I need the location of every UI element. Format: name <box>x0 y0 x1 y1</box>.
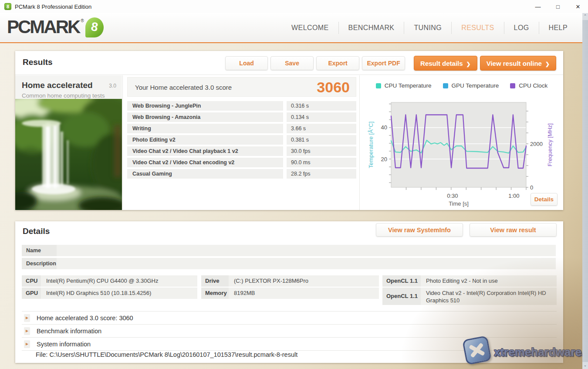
metric-table: Web Browsing - JunglePin0.316 s Web Brow… <box>127 101 356 180</box>
registered-mark: ® <box>81 18 84 23</box>
svg-text:Time [s]: Time [s] <box>449 200 469 207</box>
legend-swatch-icon <box>376 83 381 88</box>
expandable-sections: ▶ Home accelerated 3.0 score: 3060 ▶ Ben… <box>22 311 557 351</box>
test-photo-jungle-waterfall <box>15 99 122 210</box>
cpu-row: CPU Intel(R) Pentium(R) CPU G4400 @ 3.30… <box>22 275 197 287</box>
legend-item-cpu-temperature: CPU Temperature <box>376 82 432 89</box>
metric-row: Casual Gaming28.2 fps <box>127 169 356 179</box>
nav-item-tuning[interactable]: TUNING <box>404 22 451 34</box>
opencl-row-2: OpenCL 1.1 Video Chat v2 - Intel(R) Corp… <box>382 288 557 305</box>
window-title: PCMark 8 Professional Edition <box>15 3 91 10</box>
svg-text:40: 40 <box>381 124 387 131</box>
chart-legend: CPU Temperature GPU Temperature CPU Cloc… <box>362 82 562 89</box>
svg-text:0: 0 <box>530 184 533 191</box>
app-window: 8 PCMark 8 Professional Edition — □ ✕ PC… <box>0 0 588 369</box>
metric-row: Photo Editing v20.381 s <box>127 135 356 145</box>
name-value <box>57 245 556 256</box>
test-version: 3.0 <box>109 83 116 89</box>
view-result-online-button[interactable]: View result online❯ <box>480 56 556 71</box>
legend-swatch-icon <box>510 83 515 88</box>
svg-text:0:30: 0:30 <box>447 193 458 199</box>
results-title: Results <box>23 58 53 67</box>
expand-arrow-icon: ▶ <box>24 327 30 335</box>
nav-item-results[interactable]: RESULTS <box>451 22 504 34</box>
nav-item-welcome[interactable]: WELCOME <box>282 22 338 34</box>
content-area: Results Load Save Export Export PDF Resu… <box>0 43 582 369</box>
svg-text:Frequency [MHz]: Frequency [MHz] <box>547 123 553 166</box>
svg-text:20: 20 <box>381 156 387 162</box>
result-file-path: File: C:\Users\SHUTTLE\Documents\PCMark … <box>36 351 297 358</box>
export-pdf-button[interactable]: Export PDF <box>362 56 405 70</box>
titlebar: 8 PCMark 8 Professional Edition — □ ✕ <box>0 0 588 13</box>
export-button[interactable]: Export <box>316 56 359 70</box>
details-title: Details <box>23 227 50 236</box>
metric-row: Web Browsing - JunglePin0.316 s <box>127 101 356 111</box>
view-raw-result-button[interactable]: View raw result <box>470 223 557 237</box>
metric-row: Video Chat v2 / Video Chat playback 1 v2… <box>127 146 356 156</box>
pcmark-logo-text: PCMARK <box>7 17 79 37</box>
score-label: Your Home accelerated 3.0 score <box>135 78 232 97</box>
test-name: Home accelerated <box>22 81 93 90</box>
score-value: 3060 <box>317 78 350 97</box>
details-panel: Details View raw SystemInfo View raw res… <box>15 221 563 363</box>
pcmark-leaf-icon: 8 <box>85 17 104 37</box>
gpu-row: GPU Intel(R) HD Graphics 510 (10.18.15.4… <box>22 288 197 299</box>
results-panel: Results Load Save Export Export PDF Resu… <box>15 51 563 210</box>
nav-menu: WELCOME BENCHMARK TUNING RESULTS LOG HEL… <box>282 13 577 42</box>
svg-text:Temperature [Â°C]: Temperature [Â°C] <box>368 122 374 168</box>
metric-row: Writing3.66 s <box>127 124 356 133</box>
performance-chart: 4020200000:301:00Time [s]Temperature [Â°… <box>362 95 562 209</box>
app-icon: 8 <box>4 3 11 10</box>
expand-row-system-information[interactable]: ▶ System information <box>22 337 557 351</box>
description-value <box>57 258 556 269</box>
maximize-button[interactable]: □ <box>554 3 562 10</box>
legend-item-gpu-temperature: GPU Temperature <box>443 82 499 89</box>
scroll-up-arrow-icon[interactable]: ⌃ <box>582 13 588 20</box>
svg-text:2000: 2000 <box>530 141 543 147</box>
vertical-scrollbar[interactable]: ⌃ ⌄ <box>582 13 588 369</box>
expand-arrow-icon: ▶ <box>24 340 30 348</box>
expand-row-score[interactable]: ▶ Home accelerated 3.0 score: 3060 <box>22 311 557 324</box>
description-row: Description <box>22 258 556 269</box>
chevron-right-icon: ❯ <box>545 61 550 67</box>
minimize-button[interactable]: — <box>534 3 542 10</box>
nav-item-log[interactable]: LOG <box>504 22 539 34</box>
test-subtitle: Common home computing tests <box>22 92 105 99</box>
name-row: Name <box>22 245 556 256</box>
opencl-row-1: OpenCL 1.1 Photo Editing v2 - Not in use <box>382 275 557 287</box>
nav-item-benchmark[interactable]: BENCHMARK <box>338 22 404 34</box>
expand-row-benchmark-information[interactable]: ▶ Benchmark information <box>22 324 557 337</box>
drive-row: Drive (C:) PLEXTOR PX-128M6Pro <box>201 275 379 287</box>
legend-item-cpu-clock: CPU Clock <box>510 82 547 89</box>
top-nav: PCMARK ® 8 WELCOME BENCHMARK TUNING RESU… <box>0 13 582 42</box>
results-header: Results Load Save Export Export PDF Resu… <box>15 51 563 75</box>
nav-item-help[interactable]: HELP <box>539 22 577 34</box>
view-raw-systeminfo-button[interactable]: View raw SystemInfo <box>376 223 463 237</box>
expand-arrow-icon: ▶ <box>24 314 30 322</box>
svg-text:1:00: 1:00 <box>508 193 519 199</box>
scroll-down-arrow-icon[interactable]: ⌄ <box>582 362 588 369</box>
chart-details-button[interactable]: Details <box>531 193 558 206</box>
metric-row: Video Chat v2 / Video Chat encoding v290… <box>127 158 356 167</box>
chevron-right-icon: ❯ <box>466 61 471 67</box>
save-button[interactable]: Save <box>270 56 314 70</box>
legend-swatch-icon <box>443 83 448 88</box>
panel-divider <box>122 75 123 210</box>
metric-row: Web Browsing - Amazonia0.134 s <box>127 112 356 122</box>
close-button[interactable]: ✕ <box>574 3 582 10</box>
result-details-button[interactable]: Result details❯ <box>414 56 477 71</box>
memory-row: Memory 8192MB <box>201 288 379 299</box>
panel-divider <box>359 75 360 210</box>
test-summary-panel: Home accelerated 3.0 Common home computi… <box>15 75 122 210</box>
load-button[interactable]: Load <box>225 56 268 70</box>
score-box: Your Home accelerated 3.0 score 3060 <box>127 77 356 97</box>
pcmark-logo: PCMARK ® 8 <box>7 17 104 37</box>
